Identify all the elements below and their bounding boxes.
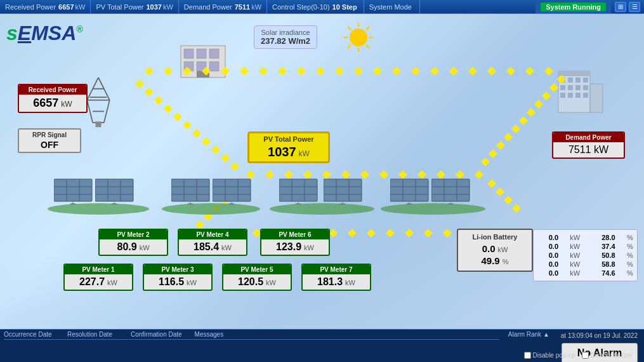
- logo-trademark: ®: [76, 24, 82, 34]
- svg-rect-41: [583, 93, 588, 98]
- control-step-label: Control Step(0-10): [272, 3, 330, 11]
- solar-irradiance-box: Solar irradiance 237.82 W/m2: [254, 25, 317, 49]
- svg-rect-11: [197, 49, 206, 58]
- disable-popup-checkbox[interactable]: [524, 352, 531, 359]
- disable-buzzer-checkbox[interactable]: [582, 352, 589, 359]
- pv-meter-7-title: PV Meter 7: [303, 265, 370, 274]
- received-power-value: 6657: [58, 3, 74, 11]
- svg-rect-80: [519, 116, 528, 125]
- pv-meter-7-unit: kW: [345, 279, 355, 286]
- pct-val-2: 37.4: [593, 243, 615, 250]
- svg-rect-13: [184, 62, 194, 71]
- control-step-value: 10 Step: [332, 3, 357, 11]
- disable-buzzer-label[interactable]: Disable buzzer: [582, 352, 633, 359]
- sort-icon: ▲: [543, 331, 549, 338]
- pv-total-power-box: PV Total Power 1037 kW: [247, 131, 330, 163]
- pct-kw-3: 0.0: [536, 251, 558, 259]
- monitor-icon[interactable]: ⊞: [615, 2, 626, 12]
- menu-icon[interactable]: ☰: [629, 2, 640, 12]
- rpr-signal-box: RPR Signal OFF: [18, 128, 81, 153]
- alarm-col-confirmation: Confirmation Date: [131, 331, 182, 338]
- svg-rect-66: [154, 96, 163, 105]
- solar-panel-2a: [171, 176, 213, 204]
- demand-power-unit: kW: [251, 3, 261, 11]
- pct-kw-unit-2: kW: [570, 243, 581, 250]
- pv-meter-5-unit: kW: [266, 279, 276, 286]
- svg-rect-117: [348, 229, 357, 238]
- pv-total-value: 1037: [146, 3, 161, 11]
- svg-rect-121: [424, 229, 433, 238]
- pv-meter-1-box: PV Meter 1 227.7 kW: [63, 264, 133, 291]
- pct-val-1: 28.0: [593, 234, 615, 241]
- disable-popup-text: Disable pop-up: [533, 352, 575, 359]
- alarm-rank: Alarm Rank ▲: [503, 330, 555, 339]
- svg-rect-78: [534, 100, 543, 109]
- system-status-bar: System Running: [536, 0, 611, 13]
- svg-rect-83: [496, 141, 505, 150]
- rpr-signal-value: OFF: [22, 140, 77, 150]
- system-status-value: System Running: [541, 3, 606, 11]
- svg-rect-122: [443, 229, 452, 238]
- svg-rect-106: [496, 187, 504, 196]
- alarm-col-messages: Messages: [195, 331, 499, 338]
- svg-rect-49: [278, 67, 287, 76]
- svg-rect-62: [525, 67, 534, 76]
- svg-rect-34: [560, 85, 565, 90]
- alarm-col-occurrence: Occurrence Date: [4, 331, 55, 338]
- svg-line-22: [87, 100, 93, 123]
- svg-rect-56: [411, 67, 420, 76]
- svg-rect-27: [558, 71, 590, 112]
- solar-irradiance-value: 237.82 W/m2: [261, 36, 310, 46]
- topbar-system-mode: System Mode: [364, 0, 420, 13]
- svg-rect-120: [405, 229, 414, 238]
- pv-meter-4-unit: kW: [221, 244, 232, 251]
- svg-rect-38: [560, 93, 565, 98]
- pv-meter-6-unit: kW: [304, 244, 314, 251]
- svg-rect-81: [511, 124, 520, 133]
- battery-kw-value: 0.0: [482, 243, 496, 254]
- svg-rect-155: [279, 179, 317, 201]
- disable-popup-label[interactable]: Disable pop-up: [524, 352, 575, 359]
- pct-sign-1: %: [627, 234, 634, 241]
- svg-rect-37: [583, 85, 588, 90]
- pct-val-3: 50.8: [593, 251, 615, 259]
- pv-meter-5-value: 120.5: [238, 276, 263, 288]
- svg-rect-10: [184, 49, 194, 58]
- pv-total-title: PV Total Power: [253, 135, 325, 143]
- ground-pad-1: [48, 203, 149, 215]
- svg-rect-15: [209, 62, 219, 71]
- pv-meter-6-box: PV Meter 6 123.9 kW: [260, 229, 330, 256]
- pv-meter-6-value: 123.9: [276, 241, 301, 253]
- svg-rect-141: [171, 179, 209, 201]
- svg-rect-70: [192, 129, 201, 138]
- pv-total-unit: kW: [163, 3, 173, 11]
- svg-rect-104: [195, 220, 204, 229]
- pct-sign-3: %: [627, 251, 634, 259]
- pct-kw-unit-1: kW: [570, 234, 581, 241]
- pv-meter-7-box: PV Meter 7 181.3 kW: [301, 264, 371, 291]
- svg-line-8: [348, 45, 351, 48]
- solar-panel-4b: [431, 176, 473, 204]
- svg-rect-50: [297, 67, 306, 76]
- svg-rect-40: [575, 93, 581, 98]
- topbar-control-step: Control Step(0-10) 10 Step: [267, 0, 364, 13]
- disable-buzzer-text: Disable buzzer: [591, 352, 633, 359]
- svg-rect-127: [54, 179, 92, 201]
- svg-line-7: [366, 27, 369, 30]
- pv-meter-4-title: PV Meter 4: [179, 230, 246, 239]
- svg-rect-107: [504, 196, 513, 204]
- svg-line-6: [366, 45, 369, 48]
- sun-icon: [343, 22, 374, 53]
- solar-panel-4a: [390, 176, 431, 204]
- building-right-icon: [555, 65, 606, 116]
- svg-rect-43: [164, 67, 173, 76]
- timestamp: at 13:09:04 on 19 Jul. 2022: [557, 331, 641, 340]
- svg-rect-105: [487, 179, 496, 188]
- pct-kw-5: 0.0: [536, 269, 558, 277]
- pct-sign-4: %: [627, 260, 634, 268]
- pct-row-3: 0.0 kW 50.8 %: [536, 251, 634, 259]
- pct-kw-2: 0.0: [536, 243, 558, 250]
- svg-rect-68: [173, 112, 182, 121]
- rpr-signal-title: RPR Signal: [22, 131, 77, 138]
- svg-rect-87: [265, 170, 274, 179]
